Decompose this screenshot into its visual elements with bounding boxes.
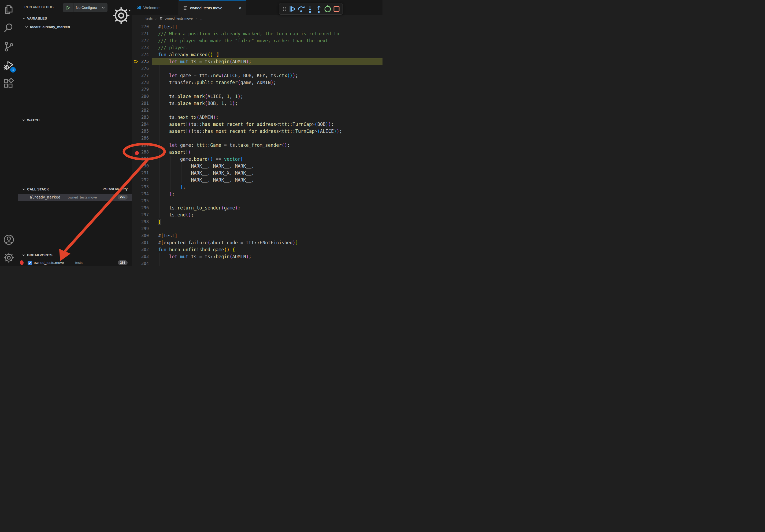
- indent-guide: [159, 135, 160, 142]
- code-text: fun burn_unfinished_game() {: [158, 246, 235, 253]
- code-line-288[interactable]: 288 assert!(: [132, 149, 382, 155]
- close-tab-icon[interactable]: ×: [239, 6, 242, 10]
- indent-guide: [159, 65, 160, 72]
- activity-explorer-icon[interactable]: [0, 3, 18, 16]
- breakpoint-list-item[interactable]: owned_tests.move tests 288: [18, 259, 132, 266]
- code-line-293[interactable]: 293 ],: [132, 183, 382, 190]
- stop-icon[interactable]: [332, 5, 341, 13]
- code-line-290[interactable]: 290 MARK__, MARK__, MARK__,: [132, 162, 382, 169]
- code-editor[interactable]: 270#[test]271/// When a position is alre…: [132, 21, 382, 266]
- code-line-279[interactable]: 279: [132, 86, 382, 93]
- line-number: 273: [138, 44, 149, 51]
- code-text: /// player.: [158, 44, 189, 51]
- variables-section-header[interactable]: VARIABLES: [18, 14, 132, 22]
- restart-icon[interactable]: [323, 5, 332, 13]
- activity-extensions-icon[interactable]: [0, 78, 18, 90]
- code-line-292[interactable]: 292 MARK__, MARK__, MARK__,: [132, 176, 382, 183]
- line-number: 303: [138, 253, 149, 260]
- watch-section-header[interactable]: WATCH: [18, 116, 132, 124]
- line-number: 301: [138, 239, 149, 246]
- line-number: 279: [138, 86, 149, 93]
- code-line-286[interactable]: 286: [132, 135, 382, 142]
- code-line-272[interactable]: 272/// the player who made the "false" m…: [132, 37, 382, 44]
- code-line-304[interactable]: 304: [132, 260, 382, 266]
- code-line-285[interactable]: 285 assert!(!ts::has_most_recent_for_add…: [132, 128, 382, 135]
- line-number: 286: [138, 135, 149, 142]
- code-line-275[interactable]: 275 let mut ts = ts::begin(ADMIN);: [132, 58, 382, 65]
- code-line-273[interactable]: 273/// player.: [132, 44, 382, 51]
- call-stack-section-header[interactable]: CALL STACK Paused on entry: [18, 185, 132, 193]
- code-line-281[interactable]: 281 ts.place_mark(BOB, 1, 1);: [132, 100, 382, 107]
- code-line-280[interactable]: 280 ts.place_mark(ALICE, 1, 1);: [132, 93, 382, 100]
- line-number: 291: [138, 169, 149, 176]
- code-text: );: [158, 190, 175, 197]
- code-line-298[interactable]: 298}: [132, 218, 382, 225]
- code-line-284[interactable]: 284 assert!(ts::has_most_recent_for_addr…: [132, 121, 382, 128]
- code-line-270[interactable]: 270#[test]: [132, 23, 382, 30]
- code-line-276[interactable]: 276: [132, 65, 382, 72]
- code-line-302[interactable]: 302fun burn_unfinished_game() {: [132, 246, 382, 253]
- code-line-283[interactable]: 283 ts.next_tx(ADMIN);: [132, 114, 382, 121]
- tab-bar: Welcome owned_tests.move ×: [132, 0, 382, 15]
- activity-run-and-debug-icon[interactable]: 1: [0, 59, 18, 72]
- debug-toolbar: [279, 3, 343, 15]
- line-number: 270: [138, 23, 149, 30]
- line-number: 274: [138, 51, 149, 58]
- activity-search-icon[interactable]: [0, 22, 18, 35]
- code-line-296[interactable]: 296 ts.return_to_sender(game);: [132, 204, 382, 211]
- breadcrumb-symbol[interactable]: ...: [200, 17, 202, 20]
- code-line-271[interactable]: 271/// When a position is already marked…: [132, 30, 382, 37]
- code-line-278[interactable]: 278 transfer::public_transfer(game, ADMI…: [132, 79, 382, 86]
- line-number: 283: [138, 114, 149, 121]
- code-text: assert!(!ts::has_most_recent_for_address…: [158, 128, 342, 135]
- paused-status-text: Paused on entry: [103, 187, 128, 191]
- code-line-277[interactable]: 277 let game = ttt::new(ALICE, BOB, KEY,…: [132, 72, 382, 79]
- code-text: MARK__, MARK__, MARK__,: [158, 162, 254, 169]
- code-line-301[interactable]: 301#[expected_failure(abort_code = ttt::…: [132, 239, 382, 246]
- line-number-badge: 288: [118, 260, 128, 265]
- code-line-299[interactable]: 299: [132, 225, 382, 232]
- code-text: let game = ttt::new(ALICE, BOB, KEY, ts.…: [158, 72, 298, 79]
- step-over-icon[interactable]: [297, 5, 306, 13]
- variables-scope-row[interactable]: locals: already_marked: [18, 24, 132, 30]
- code-text: let game: ttt::Game = ts.take_from_sende…: [158, 142, 290, 149]
- code-line-289[interactable]: 289 game.board() == vector[: [132, 155, 382, 162]
- code-text: let mut ts = ts::begin(ADMIN);: [158, 253, 252, 260]
- call-stack-frame-row[interactable]: already_marked owned_tests.move 275: [18, 194, 132, 201]
- step-into-icon[interactable]: [306, 5, 315, 13]
- breadcrumb-folder[interactable]: tests: [146, 17, 153, 20]
- code-line-274[interactable]: 274fun already_marked() {: [132, 51, 382, 58]
- vscode-logo-icon: [136, 5, 141, 10]
- code-line-282[interactable]: 282: [132, 107, 382, 114]
- code-line-291[interactable]: 291 MARK__, MARK_X, MARK__,: [132, 169, 382, 176]
- activity-settings-icon[interactable]: [0, 251, 18, 264]
- tab-welcome[interactable]: Welcome: [132, 0, 179, 15]
- gripper-icon[interactable]: [281, 5, 288, 13]
- code-line-297[interactable]: 297 ts.end();: [132, 211, 382, 218]
- code-text: #[test]: [158, 232, 178, 239]
- breadcrumb-file[interactable]: owned_tests.move: [165, 17, 193, 20]
- activity-source-control-icon[interactable]: [0, 40, 18, 53]
- continue-icon[interactable]: [288, 5, 297, 13]
- code-text: ts.end();: [158, 211, 194, 218]
- breakpoints-section-header[interactable]: BREAKPOINTS: [18, 251, 132, 259]
- breakpoint-checkbox[interactable]: [28, 261, 32, 265]
- line-number: 278: [138, 79, 149, 86]
- code-line-295[interactable]: 295: [132, 197, 382, 204]
- step-out-icon[interactable]: [315, 5, 323, 13]
- code-line-294[interactable]: 294 );: [132, 190, 382, 197]
- move-file-icon: [160, 17, 163, 20]
- line-number: 295: [138, 197, 149, 204]
- code-text: /// the player who made the "false" move…: [158, 37, 328, 44]
- code-line-287[interactable]: 287 let game: ttt::Game = ts.take_from_s…: [132, 142, 382, 149]
- code-line-303[interactable]: 303 let mut ts = ts::begin(ADMIN);: [132, 253, 382, 260]
- line-number: 289: [138, 155, 149, 162]
- line-number: 293: [138, 183, 149, 190]
- start-debugging-button[interactable]: [63, 3, 73, 12]
- code-line-300[interactable]: 300#[test]: [132, 232, 382, 239]
- launch-config-dropdown[interactable]: No Configura: [63, 3, 108, 12]
- chevron-right-icon: [155, 17, 157, 20]
- activity-accounts-icon[interactable]: [0, 233, 18, 246]
- line-number: 296: [138, 204, 149, 211]
- tab-owned-tests-move[interactable]: owned_tests.move ×: [179, 0, 246, 15]
